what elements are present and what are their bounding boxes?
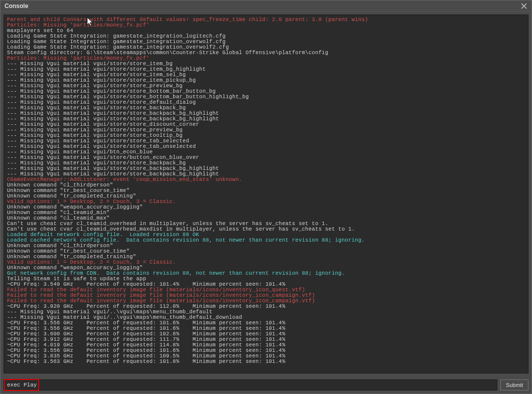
console-line: ~CPU Freq: 3.563 GHz Percent of requeste… [7,359,525,364]
console-input[interactable] [4,379,497,390]
close-icon[interactable] [520,3,527,10]
title-bar: Console [1,1,531,12]
input-row: Submit [1,376,531,393]
console-output[interactable]: Parent and child ConVars with different … [4,15,528,373]
console-line: Particles: Missing 'particles/money_fx.p… [7,23,525,28]
window-title: Console [5,3,28,10]
submit-button[interactable]: Submit [500,379,528,390]
console-window: Console Parent and child ConVars with di… [0,0,532,394]
